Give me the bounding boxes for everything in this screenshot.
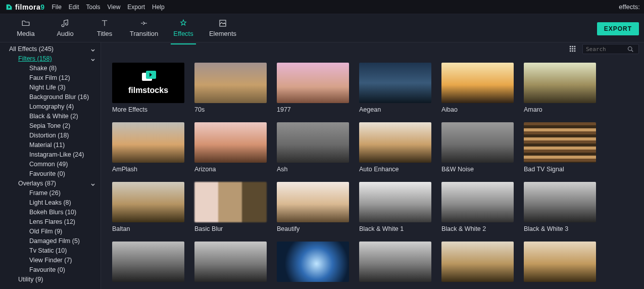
tree-label: Frame (26) <box>29 189 61 198</box>
tree-item[interactable]: Night Life (3) <box>0 83 101 92</box>
effect-thumb <box>194 122 267 163</box>
effect-card[interactable] <box>112 242 184 285</box>
effect-card[interactable]: Basic Blur <box>194 182 267 232</box>
tree-label: Old Film (9) <box>29 227 62 236</box>
tree-label: Favourite (0) <box>29 266 65 274</box>
effect-thumb <box>194 63 267 103</box>
effect-card[interactable]: B&W Noise <box>441 122 514 173</box>
tree-item[interactable]: Light Leaks (8) <box>0 198 101 208</box>
tree-item[interactable]: Filters (158) <box>0 54 101 64</box>
effect-card[interactable]: AmPlash <box>112 122 184 173</box>
effect-card[interactable]: Baltan <box>112 182 184 232</box>
music-icon <box>61 19 70 28</box>
tree-item[interactable]: Distortion (18) <box>0 131 101 140</box>
menu-export[interactable]: Export <box>127 4 145 11</box>
effect-title: Auto Enhance <box>359 166 431 173</box>
search-input[interactable] <box>586 46 627 53</box>
app-version: 9 <box>40 3 44 11</box>
effect-title: More Effects <box>112 106 184 113</box>
effect-card[interactable]: 1977 <box>277 63 349 113</box>
tab-titles[interactable]: Titles <box>85 19 124 37</box>
effect-title: Black & White 2 <box>441 225 514 232</box>
grid-view-icon[interactable] <box>569 45 576 53</box>
effect-card[interactable]: Aibao <box>441 63 514 113</box>
tab-media[interactable]: Media <box>6 19 45 37</box>
svg-line-11 <box>631 50 633 52</box>
tree-item[interactable]: Background Blur (16) <box>0 92 101 102</box>
svg-rect-3 <box>574 46 576 47</box>
tree-item[interactable]: Frame (26) <box>0 188 101 198</box>
menu-file[interactable]: File <box>52 4 61 11</box>
tree-item[interactable]: Bokeh Blurs (10) <box>0 208 101 217</box>
tree-item[interactable]: Favourite (0) <box>0 265 101 275</box>
tree-item[interactable]: Shake (8) <box>0 64 101 73</box>
effect-card[interactable]: Amaro <box>524 63 596 113</box>
tree-item[interactable]: Lens Flares (12) <box>0 217 101 227</box>
svg-point-10 <box>628 47 632 51</box>
effect-card[interactable]: Ash <box>277 122 349 173</box>
menu-edit[interactable]: Edit <box>69 4 79 11</box>
effect-card[interactable]: Black & White 3 <box>524 182 596 232</box>
effect-card[interactable] <box>359 242 431 285</box>
chevron-down-icon <box>90 47 95 52</box>
effect-card[interactable] <box>194 242 267 285</box>
chevron-down-icon <box>90 57 95 62</box>
effect-card[interactable] <box>441 242 514 285</box>
tree-item[interactable]: Sepia Tone (2) <box>0 121 101 131</box>
tree-item[interactable]: Old Film (9) <box>0 227 101 236</box>
search-box[interactable] <box>582 44 639 54</box>
effect-thumb <box>112 122 184 163</box>
chevron-down-icon <box>90 181 95 186</box>
effect-card[interactable]: Auto Enhance <box>359 122 431 173</box>
tree-item[interactable]: All Effects (245) <box>0 44 101 54</box>
effect-title: 1977 <box>277 106 349 113</box>
tree-item[interactable]: Lomography (4) <box>0 102 101 112</box>
effect-card[interactable]: Bad TV Signal <box>524 122 596 173</box>
tab-label: Elements <box>209 30 236 37</box>
effect-card[interactable]: Black & White 1 <box>359 182 431 232</box>
tree-item[interactable]: Favourite (0) <box>0 169 101 179</box>
effect-card[interactable] <box>524 242 596 285</box>
effect-card[interactable]: 70s <box>194 63 267 113</box>
menu-help[interactable]: Help <box>152 4 165 11</box>
tree-label: Lomography (4) <box>29 103 74 111</box>
tree-item[interactable]: Overlays (87) <box>0 179 101 188</box>
tree-label: All Effects (245) <box>9 45 54 54</box>
tree-item[interactable]: Common (49) <box>0 160 101 169</box>
tab-elements[interactable]: Elements <box>203 19 242 37</box>
menu-tools[interactable]: Tools <box>86 4 101 11</box>
tab-transition[interactable]: Transition <box>124 19 164 37</box>
tree-item[interactable]: Tv Static (10) <box>0 246 101 256</box>
tree-label: Damaged Film (5) <box>29 237 80 246</box>
menu-view[interactable]: View <box>108 4 121 11</box>
svg-rect-8 <box>572 51 573 52</box>
filmstocks-icon <box>141 71 156 83</box>
effect-thumb: filmstocks <box>112 63 184 103</box>
export-button[interactable]: EXPORT <box>597 22 639 35</box>
effect-card[interactable]: Arizona <box>194 122 267 173</box>
tree-item[interactable]: Instagram-Like (24) <box>0 150 101 160</box>
effect-title: Ash <box>277 166 349 173</box>
effect-card[interactable] <box>277 242 349 285</box>
effect-card[interactable]: Black & White 2 <box>441 182 514 232</box>
tree-item[interactable]: Utility (9) <box>0 275 101 284</box>
effect-thumb <box>359 63 431 103</box>
tree-label: Distortion (18) <box>29 131 69 140</box>
effect-card[interactable]: Beautify <box>277 182 349 232</box>
effect-thumb <box>359 182 431 222</box>
tab-audio[interactable]: Audio <box>45 19 85 37</box>
tree-label: Favourite (0) <box>29 170 65 178</box>
effect-card[interactable]: filmstocksMore Effects <box>112 63 184 113</box>
logo-icon <box>5 3 13 11</box>
transition-icon <box>139 19 148 28</box>
tree-label: Filters (158) <box>18 55 52 63</box>
tab-effects[interactable]: Effects <box>164 19 203 37</box>
effect-card[interactable]: Aegean <box>359 63 431 113</box>
tree-item[interactable]: Damaged Film (5) <box>0 236 101 246</box>
tree-item[interactable]: Faux Film (12) <box>0 73 101 83</box>
tree-item[interactable]: View Finder (7) <box>0 256 101 265</box>
effect-thumb <box>277 242 349 282</box>
tree-item[interactable]: Material (11) <box>0 140 101 150</box>
effect-thumb <box>441 242 514 282</box>
tree-item[interactable]: Black & White (2) <box>0 112 101 121</box>
